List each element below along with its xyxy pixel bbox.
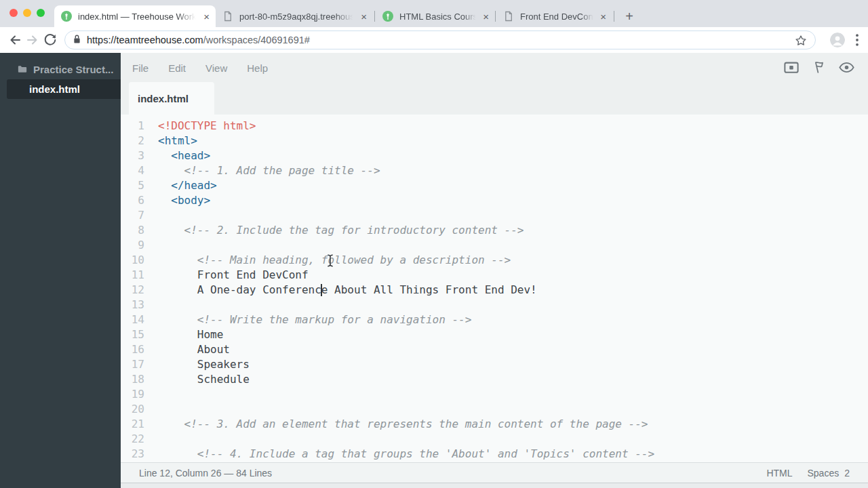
url-path: /workspaces/40691691# [203,35,310,45]
bookmark-star-icon[interactable] [794,34,808,50]
code-editor[interactable]: 1<!DOCTYPE html>2<html>3 <head>4 <!-- 1.… [121,115,868,462]
lock-icon [73,34,81,47]
line-number: 16 [121,342,144,357]
snapshot-camera-icon[interactable] [784,61,799,77]
code-token: Home [158,328,223,341]
code-line[interactable]: 4 <!-- 1. Add the page title --> [121,163,868,178]
code-token: <!-- 2. Include the tag for introductory… [158,224,524,237]
window-bottom-strip [121,483,868,488]
line-number: 14 [121,312,144,327]
menu-view[interactable]: View [205,62,227,74]
line-number: 23 [121,447,144,462]
code-line[interactable]: 6 <body> [121,193,868,208]
code-line[interactable]: 11 Front End DevConf [121,268,868,283]
code-line[interactable]: 22 [121,432,868,447]
code-line[interactable]: 7 [121,208,868,223]
code-line[interactable]: 14 <!-- Write the markup for a navigatio… [121,312,868,327]
code-line[interactable]: 15 Home [121,327,868,342]
tab-title: port-80-m5z9aqx8qj.treehous [239,12,355,22]
file-sidebar: Practice Struct... index.html [0,53,121,488]
language-mode-selector[interactable]: HTML [766,468,792,479]
tab-title: Front End DevConf [520,12,595,22]
code-token: <html> [158,134,197,147]
code-line[interactable]: 18 Schedule [121,372,868,387]
code-line[interactable]: 8 <!-- 2. Include the tag for introducto… [121,223,868,238]
browser-tab-port-preview[interactable]: port-80-m5z9aqx8qj.treehous × [216,5,373,27]
treehouse-favicon-icon [382,11,393,22]
new-tab-button[interactable]: + [619,6,639,26]
editor-tab-label: index.html [138,93,189,104]
code-line[interactable]: 1<!DOCTYPE html> [121,119,868,134]
page-favicon-icon [222,11,233,22]
line-number: 18 [121,372,144,387]
indent-size-selector[interactable]: 2 [844,468,850,479]
line-number: 10 [121,253,144,268]
line-number: 12 [121,283,144,298]
editor-panel: File Edit View Help [121,53,868,488]
tab-title: index.html — Treehouse Works [78,12,198,22]
menu-help[interactable]: Help [247,62,268,74]
editor-tab-index-html[interactable]: index.html [129,82,214,115]
menu-edit[interactable]: Edit [168,62,186,74]
code-line[interactable]: 9 [121,238,868,253]
browser-tab-devconf[interactable]: Front End DevConf × [496,5,612,27]
tab-close-icon[interactable]: × [481,12,491,22]
code-line[interactable]: 23 <!-- 4. Include a tag that groups the… [121,447,868,462]
window-close-button[interactable] [9,9,18,17]
line-number: 6 [121,193,144,208]
code-text: <!-- 3. Add an element that represents t… [158,417,648,432]
code-line[interactable]: 19 [121,387,868,402]
folder-icon [18,64,27,75]
code-line[interactable]: 2<html> [121,134,868,148]
browser-tab-strip: index.html — Treehouse Works × port-80-m… [0,0,868,27]
code-line[interactable]: 21 <!-- 3. Add an element that represent… [121,417,868,432]
refresh-button[interactable] [42,32,58,48]
tab-close-icon[interactable]: × [598,12,608,22]
line-number: 1 [121,119,144,134]
code-token: <!-- Write the markup for a navigation -… [158,313,471,326]
line-number: 15 [121,327,144,342]
project-name: Practice Struct... [33,64,113,75]
code-token: e About All Things Front End Dev! [321,283,537,296]
code-text: <!DOCTYPE html> [158,119,256,134]
profile-avatar[interactable] [830,33,845,47]
window-minimize-button[interactable] [23,9,31,17]
chrome-menu-icon[interactable] [856,34,859,49]
menu-file[interactable]: File [132,62,149,74]
line-number: 21 [121,417,144,432]
flag-icon[interactable] [813,60,825,77]
editor-chrome: File Edit View Help [121,53,868,115]
sidebar-file-index-html[interactable]: index.html [7,79,121,99]
line-number: 3 [121,148,144,163]
forward-button[interactable] [24,32,41,48]
line-number: 4 [121,163,144,178]
code-text: <!-- Main heading, followed by a descrip… [158,253,511,268]
window-zoom-button[interactable] [37,9,45,17]
code-line[interactable]: 12 A One-day Conference About All Things… [121,283,868,298]
code-token: Schedule [158,373,250,386]
browser-tab-workspace[interactable]: index.html — Treehouse Works × [54,5,216,27]
code-line[interactable]: 17 Speakers [121,357,868,372]
address-bar[interactable]: https://teamtreehouse.com/workspaces/406… [64,30,816,49]
code-token: Speakers [158,358,250,371]
code-line[interactable]: 20 [121,402,868,417]
tab-separator [495,11,496,22]
code-line[interactable]: 5 </head> [121,178,868,193]
tab-close-icon[interactable]: × [359,12,369,22]
code-line[interactable]: 13 [121,298,868,312]
workspace-toolbar-icons [784,60,854,77]
sidebar-project[interactable]: Practice Struct... [18,64,113,75]
browser-tab-html-basics[interactable]: HTML Basics Course × [376,5,495,27]
indent-type-selector[interactable]: Spaces [808,468,840,479]
cursor-position-status: Line 12, Column 26 — 84 Lines [139,468,272,479]
code-line[interactable]: 10 <!-- Main heading, followed by a desc… [121,253,868,268]
code-lines: 1<!DOCTYPE html>2<html>3 <head>4 <!-- 1.… [121,119,868,462]
code-text: <head> [158,148,210,163]
code-line[interactable]: 16 About [121,342,868,357]
code-line[interactable]: 3 <head> [121,148,868,163]
preview-eye-icon[interactable] [839,62,854,76]
line-number: 17 [121,357,144,372]
code-token: <!-- Main heading, followed by a descrip… [158,253,511,266]
back-button[interactable] [7,32,23,48]
tab-close-icon[interactable]: × [201,12,212,22]
